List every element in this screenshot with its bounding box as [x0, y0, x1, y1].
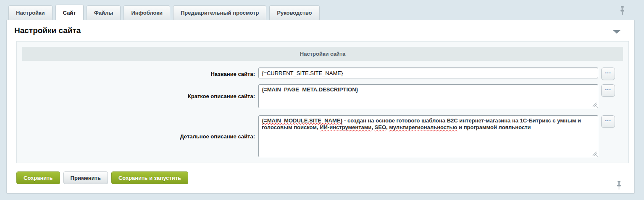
tab-nastroyki[interactable]: Настройки [8, 5, 53, 20]
site-name-row: Название сайта: ... [22, 68, 623, 80]
detail-description-label: Детальное описание сайта: [22, 133, 258, 140]
section-header: Настройки сайта [22, 47, 623, 61]
chevron-down-icon[interactable] [613, 30, 620, 34]
site-name-more-button[interactable]: ... [601, 68, 615, 80]
short-description-more-button[interactable]: ... [601, 84, 615, 97]
tab-strip: Настройки Сайт Файлы Инфоблоки Предварит… [0, 0, 644, 20]
pin-icon[interactable] [616, 181, 622, 190]
tab-predvaritelny-prosmotr[interactable]: Предварительный просмотр [173, 5, 266, 20]
page-title: Настройки сайта [7, 20, 634, 39]
site-name-input[interactable] [258, 68, 598, 78]
short-description-row: Краткое описание сайта: {=MAIN_PAGE_META… [22, 84, 623, 108]
site-settings-form: Настройки сайта Название сайта: ... Крат… [16, 41, 629, 163]
tab-sayt[interactable]: Сайт [55, 5, 84, 20]
pin-icon[interactable] [620, 6, 625, 15]
detail-description-row: Детальное описание сайта: {=MAIN_MODULE.… [22, 115, 623, 157]
detail-description-value: {=MAIN_MODULE.SITE_NAME} - создан на осн… [262, 117, 581, 130]
detail-description-field[interactable]: {=MAIN_MODULE.SITE_NAME} - создан на осн… [258, 115, 598, 157]
short-description-label: Краткое описание сайта: [22, 93, 258, 99]
action-buttons: Сохранить Применить Сохранить и запустит… [16, 171, 634, 184]
resize-handle-icon[interactable] [592, 151, 597, 156]
tab-infobloki[interactable]: Инфоблоки [124, 5, 170, 20]
detail-description-more-button[interactable]: ... [601, 115, 615, 128]
apply-button[interactable]: Применить [63, 171, 108, 184]
short-description-value: {=MAIN_PAGE_META.DESCRIPTION} [262, 86, 358, 93]
resize-handle-icon[interactable] [592, 102, 597, 107]
site-settings-panel: Настройки сайта Настройки сайта Название… [6, 20, 635, 194]
short-description-field[interactable]: {=MAIN_PAGE_META.DESCRIPTION} [258, 84, 598, 108]
tab-fayly[interactable]: Файлы [87, 5, 121, 20]
site-name-label: Название сайта: [22, 71, 258, 77]
tab-rukovodstvo[interactable]: Руководство [269, 5, 319, 20]
save-button[interactable]: Сохранить [16, 171, 60, 184]
save-and-run-button[interactable]: Сохранить и запустить [111, 171, 188, 184]
